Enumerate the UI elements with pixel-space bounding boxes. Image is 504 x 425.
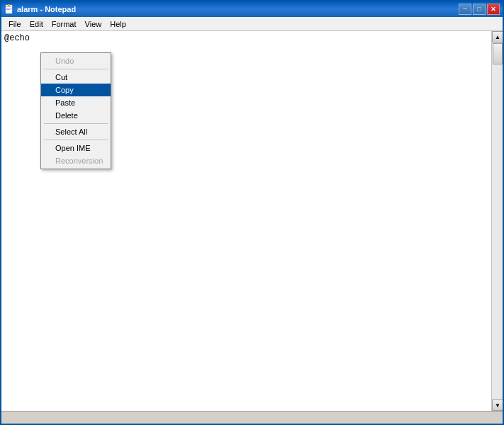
ctx-paste[interactable]: Paste [41,96,111,109]
separator-1 [44,69,108,69]
svg-rect-4 [8,4,10,6]
separator-3 [44,140,108,140]
minimize-button[interactable] [459,4,471,15]
ctx-open-ime[interactable]: Open IME [41,142,111,154]
main-window: alarm - Notepad File Edit Format View He… [0,0,504,425]
title-buttons [459,4,500,15]
notepad-icon [4,4,14,14]
scroll-down-button[interactable]: ▼ [492,400,503,411]
vertical-scrollbar[interactable]: ▲ ▼ [491,31,503,411]
ctx-reconversion[interactable]: Reconversion [41,154,111,167]
separator-2 [44,123,108,124]
menu-bar: File Edit Format View Help [1,17,503,31]
ctx-cut[interactable]: Cut [41,71,111,84]
menu-format[interactable]: Format [47,18,81,30]
menu-help[interactable]: Help [106,18,130,30]
title-bar: alarm - Notepad [1,1,503,17]
window-title: alarm - Notepad [17,5,76,13]
svg-rect-3 [6,9,10,10]
context-menu: Undo Cut Copy Paste Delete Select All Op… [40,52,111,169]
ctx-select-all[interactable]: Select All [41,125,111,138]
title-bar-left: alarm - Notepad [4,4,76,14]
scroll-thumb[interactable] [493,43,503,64]
ctx-delete[interactable]: Delete [41,109,111,122]
editor-content: @echo [1,31,503,45]
svg-rect-1 [6,6,11,7]
scroll-up-button[interactable]: ▲ [492,31,503,42]
editor-area[interactable]: @echo ▲ ▼ Undo Cut Copy Paste Delete Sel… [1,31,503,411]
svg-rect-2 [6,8,11,8]
menu-edit[interactable]: Edit [26,18,47,30]
scroll-track[interactable] [492,42,503,400]
ctx-copy[interactable]: Copy [41,84,111,96]
menu-file[interactable]: File [4,18,26,30]
status-bar [1,411,503,424]
menu-view[interactable]: View [81,18,106,30]
maximize-button[interactable] [473,4,486,15]
close-button[interactable] [487,4,500,15]
ctx-undo[interactable]: Undo [41,55,111,67]
